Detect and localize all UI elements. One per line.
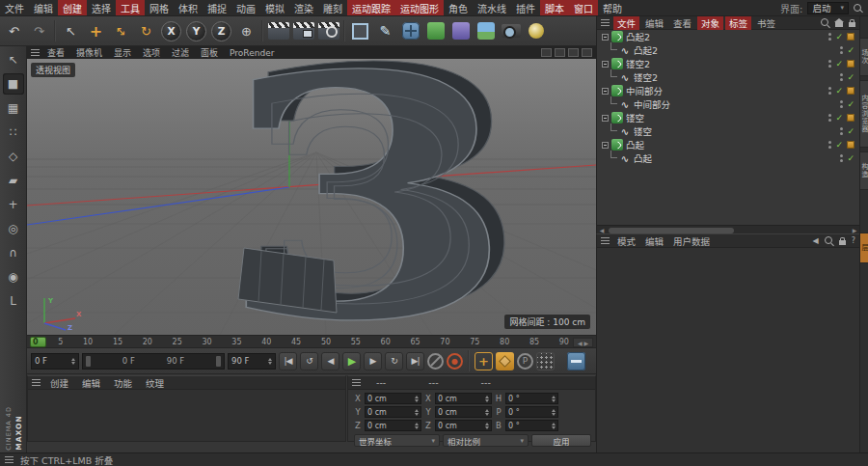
size-z-field[interactable]: 0 cm	[435, 420, 492, 431]
live-selection-button[interactable]: ↖	[59, 19, 83, 43]
menu-item[interactable]: 动画	[231, 0, 260, 15]
visibility-dots[interactable]	[840, 127, 844, 136]
apply-button[interactable]: 应用	[531, 434, 591, 447]
visibility-dots[interactable]	[840, 73, 844, 82]
coordinate-system-button[interactable]: ⊕	[234, 19, 258, 43]
search-icon[interactable]	[821, 18, 829, 27]
menu-item[interactable]: 雕刻	[318, 0, 347, 15]
enabled-check[interactable]: ✓	[835, 141, 843, 150]
history-back-icon[interactable]: ◀	[813, 236, 819, 245]
menu-item[interactable]: 工具	[116, 0, 145, 15]
enabled-check[interactable]: ✓	[847, 127, 854, 136]
range-handle-left[interactable]	[86, 356, 91, 367]
visibility-dots[interactable]	[828, 33, 832, 41]
panel-menu-icon[interactable]	[352, 379, 361, 386]
visibility-dots[interactable]	[840, 100, 844, 109]
hud-button[interactable]	[567, 352, 585, 370]
viewport-menu-item[interactable]: 选项	[137, 46, 166, 59]
menu-item[interactable]: 运动跟踪	[347, 0, 395, 15]
add-cube-button[interactable]	[348, 19, 372, 43]
record-off-button[interactable]	[427, 353, 444, 370]
om-menu-item[interactable]: 文件	[613, 16, 639, 30]
object-row[interactable]: ∿ 中间部分 ✓	[597, 97, 859, 111]
object-name[interactable]: 镂空2	[626, 57, 650, 70]
visibility-dots[interactable]	[828, 60, 832, 69]
key-parameter-button[interactable]: P	[517, 353, 533, 370]
floor-button[interactable]	[474, 19, 498, 43]
collapse-icon[interactable]	[602, 142, 609, 149]
enabled-check[interactable]: ✓	[835, 114, 843, 123]
end-frame-field[interactable]: 90 F	[228, 353, 276, 370]
om-menu-item[interactable]: 书签	[753, 16, 779, 30]
attribute-area[interactable]	[597, 248, 859, 452]
am-menu-item[interactable]: 模式	[613, 234, 639, 248]
viewport-menu-item[interactable]: 显示	[108, 46, 137, 59]
lock-y-axis-button[interactable]: Y	[186, 21, 206, 41]
play-backwards-button[interactable]: ↺	[300, 352, 318, 370]
coord-system-dropdown[interactable]: 世界坐标▾	[354, 434, 440, 447]
rotate-tool-button[interactable]: ↻	[134, 19, 158, 43]
viewport-toggle-icon[interactable]	[555, 48, 565, 57]
scale-mode-dropdown[interactable]: 相对比例▾	[443, 434, 529, 447]
visibility-dots[interactable]	[828, 114, 832, 123]
phong-tag[interactable]	[847, 33, 854, 41]
viewport-menu-item[interactable]: 查看	[41, 46, 70, 59]
render-view-button[interactable]	[266, 19, 290, 43]
next-frame-button[interactable]: ▶	[364, 352, 382, 370]
status-menu-icon[interactable]	[5, 456, 14, 463]
viewport-canvas[interactable]: 透视视图	[27, 59, 596, 335]
panel-menu-icon[interactable]	[31, 49, 40, 56]
collapse-icon[interactable]	[602, 34, 609, 41]
deformer-button[interactable]	[448, 19, 473, 43]
undo-button[interactable]: ↶	[2, 19, 26, 43]
viewport-menu-item[interactable]: ProRender	[224, 48, 280, 58]
collapse-icon[interactable]	[602, 115, 609, 122]
om-menu-item[interactable]: 查看	[669, 16, 695, 30]
object-name[interactable]: 镂空	[634, 124, 652, 138]
viewport-menu-item[interactable]: 摄像机	[70, 46, 108, 59]
workplane-lock-icon[interactable]: L	[3, 290, 24, 312]
menu-item[interactable]: 编辑	[29, 0, 58, 15]
enabled-check[interactable]: ✓	[847, 73, 854, 82]
lock-icon[interactable]	[849, 22, 855, 27]
am-menu-item[interactable]: 编辑	[641, 234, 667, 248]
menu-item[interactable]: 选择	[87, 0, 116, 15]
object-row[interactable]: ∿ 镂空 ✓	[597, 124, 859, 138]
redo-button[interactable]: ↷	[27, 19, 51, 43]
current-frame-field[interactable]: 0 F	[31, 353, 79, 370]
menu-item[interactable]: 角色	[444, 0, 473, 15]
menu-item[interactable]: 创建	[58, 0, 87, 15]
rotation-p-field[interactable]: 0 °	[505, 406, 558, 418]
phong-tag[interactable]	[847, 141, 854, 149]
enable-axis-icon[interactable]: +	[3, 194, 24, 215]
object-name[interactable]: 中间部分	[626, 84, 663, 97]
object-row[interactable]: 镂空2 ✓	[597, 57, 859, 70]
object-row[interactable]: 中间部分 ✓	[597, 84, 859, 97]
object-name[interactable]: 镂空2	[634, 70, 658, 84]
visibility-dots[interactable]	[840, 154, 844, 163]
phong-tag[interactable]	[847, 60, 854, 68]
object-name[interactable]: 凸起	[626, 138, 644, 151]
key-pla-button[interactable]	[536, 352, 555, 370]
menu-item[interactable]: 文件	[0, 0, 29, 15]
object-row[interactable]: 镂空 ✓	[597, 111, 859, 124]
tab-texture[interactable]: 纹理	[140, 376, 170, 390]
lock-x-axis-button[interactable]: X	[161, 21, 181, 41]
object-name[interactable]: 凸起	[634, 151, 652, 165]
size-header-dropdown[interactable]: ---	[422, 377, 444, 388]
object-name[interactable]: 中间部分	[634, 97, 670, 111]
collapse-icon[interactable]	[602, 88, 609, 95]
timeline-ruler[interactable]: 05 1015 2025 3035 4045 5055 6065 7075 80…	[27, 335, 596, 348]
position-y-field[interactable]: 0 cm	[365, 406, 421, 418]
size-y-field[interactable]: 0 cm	[435, 406, 492, 418]
viewport-toggle-icon[interactable]	[582, 48, 592, 57]
menu-item[interactable]: 捕捉	[203, 0, 231, 15]
lock-z-axis-button[interactable]: Z	[211, 21, 231, 41]
subdivision-surface-button[interactable]	[398, 19, 422, 43]
tab-function[interactable]: 功能	[108, 376, 138, 390]
enabled-check[interactable]: ✓	[835, 33, 843, 41]
viewport-menu-item[interactable]: 面板	[195, 46, 224, 59]
menu-item[interactable]: 帮助	[598, 0, 627, 15]
key-scale-button[interactable]	[496, 352, 514, 370]
cloner-button[interactable]	[423, 19, 448, 43]
